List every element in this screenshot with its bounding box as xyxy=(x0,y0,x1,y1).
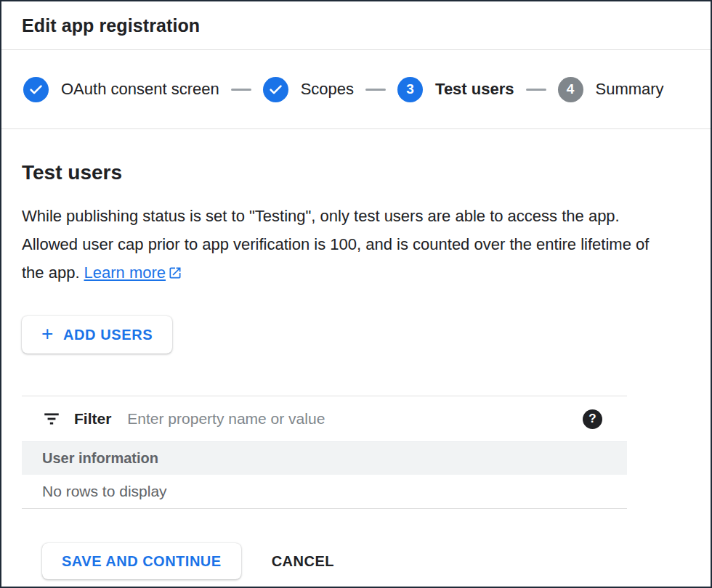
step-label: Summary xyxy=(596,80,664,99)
add-users-button[interactable]: + ADD USERS xyxy=(22,316,172,354)
step-number-badge: 3 xyxy=(397,77,423,102)
learn-more-label: Learn more xyxy=(84,264,166,282)
open-in-new-icon xyxy=(168,266,182,280)
column-header-user-information: User information xyxy=(42,450,158,467)
filter-bar: Filter ? xyxy=(22,396,627,441)
step-label: Test users xyxy=(435,80,514,99)
description-text: While publishing status is set to "Testi… xyxy=(22,202,651,287)
filter-list-icon[interactable] xyxy=(42,409,61,428)
save-and-continue-button[interactable]: SAVE AND CONTINUE xyxy=(42,543,241,579)
step-connector xyxy=(526,89,546,91)
add-users-label: ADD USERS xyxy=(63,327,153,343)
step-scopes[interactable]: Scopes xyxy=(263,77,354,102)
test-users-table: Filter ? User information No rows to dis… xyxy=(22,396,627,509)
step-summary[interactable]: 4 Summary xyxy=(558,77,664,102)
table-header-row: User information xyxy=(22,441,627,475)
learn-more-link[interactable]: Learn more xyxy=(84,264,183,282)
step-test-users[interactable]: 3 Test users xyxy=(397,77,514,102)
filter-label: Filter xyxy=(74,410,111,428)
main-content: Test users While publishing status is se… xyxy=(1,161,711,579)
empty-state-message: No rows to display xyxy=(42,483,167,500)
check-icon xyxy=(23,77,49,102)
plus-icon: + xyxy=(41,324,54,344)
page-title: Edit app registration xyxy=(22,15,200,36)
edit-app-registration-window: Edit app registration OAuth consent scre… xyxy=(0,0,712,588)
step-oauth-consent-screen[interactable]: OAuth consent screen xyxy=(23,77,219,102)
help-icon[interactable]: ? xyxy=(583,409,602,429)
step-label: Scopes xyxy=(301,80,354,99)
step-connector xyxy=(365,89,386,91)
step-connector xyxy=(231,89,251,91)
wizard-stepper: OAuth consent screen Scopes 3 Test users… xyxy=(1,50,711,129)
filter-input[interactable] xyxy=(127,410,570,428)
step-label: OAuth consent screen xyxy=(61,80,219,99)
section-title: Test users xyxy=(22,161,690,184)
cancel-button[interactable]: CANCEL xyxy=(272,553,334,570)
table-empty-row: No rows to display xyxy=(22,475,627,509)
check-icon xyxy=(263,77,288,102)
footer-actions: SAVE AND CONTINUE CANCEL xyxy=(22,543,690,579)
step-number-badge: 4 xyxy=(558,77,583,102)
page-header: Edit app registration xyxy=(1,1,711,50)
